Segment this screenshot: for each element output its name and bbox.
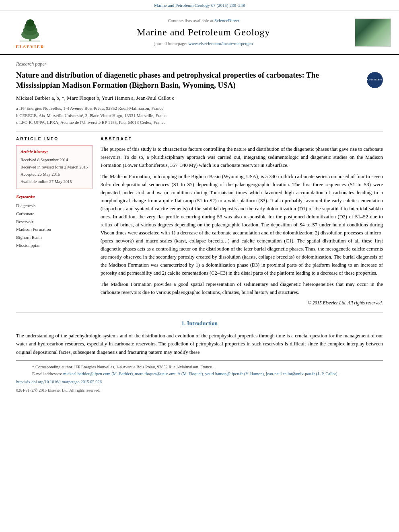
- keyword-5: Bighorn Basin: [16, 234, 93, 242]
- abstract-para-1: The purpose of this study is to characte…: [101, 145, 383, 169]
- journal-citation: Marine and Petroleum Geology 67 (2015) 2…: [154, 3, 245, 8]
- body-divider: [16, 312, 383, 313]
- science-direct-link[interactable]: ScienceDirect: [214, 18, 239, 23]
- homepage-url[interactable]: www.elsevier.com/locate/marpetgeo: [188, 41, 253, 46]
- right-column: ABSTRACT The purpose of this study is to…: [101, 136, 383, 306]
- paper-title: Nature and distribution of diagenetic ph…: [16, 70, 361, 90]
- elsevier-logo-block: ELSEVIER: [8, 14, 52, 50]
- paper-type-label: Research paper: [16, 61, 383, 68]
- footnote-area: * Corresponding author. IFP Energies Nou…: [16, 360, 383, 378]
- homepage-line: journal homepage: www.elsevier.com/locat…: [52, 41, 355, 47]
- keyword-2: Carbonate: [16, 210, 93, 218]
- intro-text: The understanding of the paleohydrologic…: [16, 332, 383, 357]
- abstract-heading: ABSTRACT: [101, 136, 383, 142]
- journal-cover-thumbnail: [355, 18, 391, 47]
- journal-top-header: Marine and Petroleum Geology 67 (2015) 2…: [0, 0, 399, 10]
- abstract-para-3: The Madison Formation provides a good sp…: [101, 280, 383, 296]
- abstract-body: The purpose of this study is to characte…: [101, 145, 383, 296]
- history-label: Article history:: [21, 149, 88, 155]
- doi-link[interactable]: http://dx.doi.org/10.1016/j.marpetgeo.20…: [16, 380, 102, 384]
- affiliations-block: a IFP Energies Nouvelles, 1-4 Avenue Boi…: [16, 105, 383, 126]
- journal-main-header: ELSEVIER Contents lists available at Sci…: [0, 10, 399, 55]
- keyword-4: Madison Formation: [16, 226, 93, 234]
- journal-center-block: Contents lists available at ScienceDirec…: [52, 18, 355, 47]
- available-date: Available online 27 May 2015: [21, 178, 88, 185]
- affiliation-a: a IFP Energies Nouvelles, 1-4 Avenue Boi…: [16, 105, 383, 112]
- email-label: E-mail addresses:: [32, 372, 62, 376]
- elsevier-wordmark: ELSEVIER: [16, 44, 45, 50]
- elsevier-tree-icon: [12, 14, 48, 43]
- received-date: Received 8 September 2014: [21, 156, 88, 164]
- affiliation-b: b CEREGE, Aix-Marseille Université, 3, P…: [16, 112, 383, 119]
- intro-section-title: 1. Introduction: [16, 320, 383, 328]
- copyright-line: © 2015 Elsevier Ltd. All rights reserved…: [101, 300, 383, 306]
- keywords-block: Keywords: Diagenesis Carbonate Reservoir…: [16, 194, 93, 250]
- email-note: E-mail addresses: mickael.barbier@ifpen.…: [32, 371, 367, 378]
- svg-point-4: [26, 19, 34, 27]
- journal-title-display: Marine and Petroleum Geology: [52, 26, 355, 39]
- crossmark-badge: CrossMark: [367, 72, 383, 88]
- article-history-block: Article history: Received 8 September 20…: [16, 145, 93, 189]
- issn-line: 0264-8172/© 2015 Elsevier Ltd. All right…: [0, 387, 399, 396]
- keywords-label: Keywords:: [16, 194, 93, 200]
- doi-line: http://dx.doi.org/10.1016/j.marpetgeo.20…: [0, 378, 399, 387]
- keyword-3: Reservoir: [16, 218, 93, 226]
- keyword-1: Diagenesis: [16, 202, 93, 210]
- abstract-para-2: The Madison Formation, outcropping in th…: [101, 173, 383, 277]
- affiliation-c: c LFC-R, UPPA, LPRA, Avenue de l'Univers…: [16, 119, 383, 126]
- corresponding-author-note: * Corresponding author. IFP Energies Nou…: [32, 364, 367, 371]
- science-direct-text: Contents lists available at ScienceDirec…: [52, 18, 355, 24]
- email-links[interactable]: mickael.barbier@ifpen.com (M. Barbier), …: [63, 372, 338, 376]
- left-column: ARTICLE INFO Article history: Received 8…: [16, 136, 93, 306]
- accepted-date: Accepted 26 May 2015: [21, 171, 88, 178]
- header-divider: [16, 131, 383, 131]
- keyword-6: Mississippian: [16, 242, 93, 250]
- revised-date: Received in revised form 2 March 2015: [21, 164, 88, 171]
- article-info-heading: ARTICLE INFO: [16, 136, 93, 142]
- authors-line: Mickael Barbier a, b, *, Marc Floquet b,…: [16, 94, 383, 102]
